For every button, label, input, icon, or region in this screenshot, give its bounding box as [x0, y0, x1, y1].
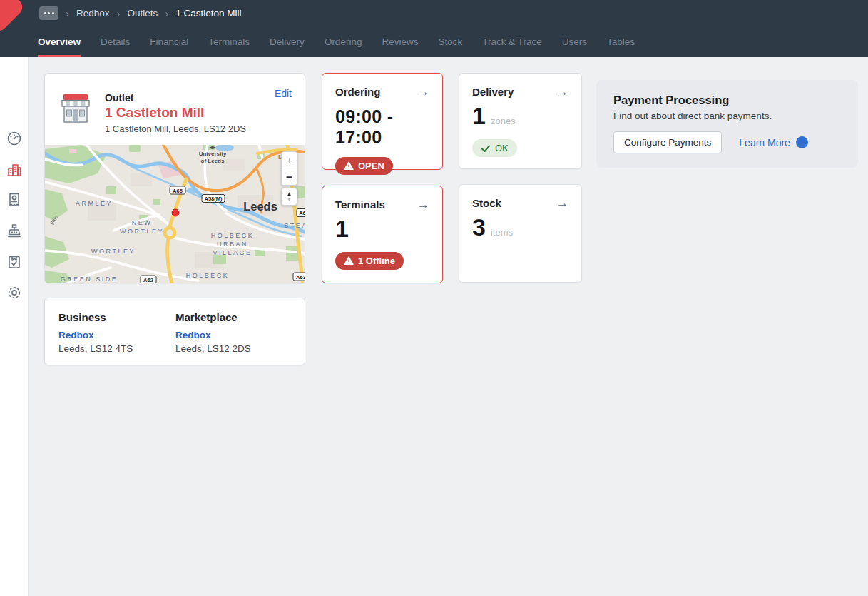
configure-payments-button[interactable]: Configure Payments — [613, 131, 722, 153]
map-label-university: University — [199, 151, 227, 157]
arrow-right-icon: → — [556, 197, 568, 209]
stock-card-title: Stock — [472, 197, 501, 209]
outlets-buildings-icon[interactable] — [5, 161, 24, 179]
stock-items-unit: items — [491, 227, 513, 238]
outlet-card: Outlet 1 Castleton Mill 1 Castleton Mill… — [44, 73, 305, 283]
marketplace-column: Marketplace Redbox Leeds, LS12 2DS — [175, 311, 292, 365]
arrow-right-icon: → — [556, 86, 568, 98]
storefront-icon — [60, 93, 91, 127]
shield-a62: A62 — [143, 277, 153, 283]
tab-users[interactable]: Users — [562, 26, 587, 57]
delivery-status-badge: OK — [472, 139, 517, 157]
payment-processing-panel: Payment Processing Find out about direct… — [596, 80, 858, 168]
tab-tables[interactable]: Tables — [607, 26, 635, 57]
check-icon — [481, 144, 491, 153]
ordering-card-title: Ordering — [335, 86, 380, 98]
compass-south-icon: ▼ — [287, 197, 292, 202]
stock-box-icon[interactable] — [5, 253, 24, 271]
payment-title: Payment Processing — [613, 94, 841, 107]
map-zoom-out-button[interactable]: − — [282, 168, 297, 185]
chevron-right-icon: › — [66, 8, 69, 19]
tab-details[interactable]: Details — [101, 26, 130, 57]
edit-outlet-link[interactable]: Edit — [275, 88, 292, 99]
tab-financial[interactable]: Financial — [150, 26, 188, 57]
outlet-map[interactable]: ARMLEY NEW WORTLEY WORTLEY GREEN SIDE HO… — [45, 145, 305, 283]
terminals-status-badge: 1 Offline — [335, 252, 404, 270]
arrow-right-icon: → — [417, 86, 429, 98]
breadcrumb-menu-button[interactable] — [39, 6, 58, 20]
icon-sidebar — [0, 57, 29, 596]
marketplace-heading: Marketplace — [175, 311, 292, 323]
tab-terminals[interactable]: Terminals — [208, 26, 250, 57]
delivery-zones-count: 1 — [472, 102, 486, 130]
terminals-card-title: Terminals — [335, 198, 385, 211]
outlet-name: 1 Castleton Mill — [105, 105, 292, 121]
map-label-armley: ARMLEY — [76, 200, 113, 207]
map-label-green-side: GREEN SIDE — [61, 276, 118, 283]
map-label-wortley: WORTLEY — [91, 248, 136, 255]
map-label-holbeck: HOLBECK — [186, 272, 230, 279]
map-zoom-controls: + − — [281, 151, 297, 186]
warning-icon — [344, 256, 354, 266]
tab-delivery[interactable]: Delivery — [270, 26, 305, 57]
svg-text:VILLAGE: VILLAGE — [213, 249, 252, 256]
warning-icon — [344, 161, 354, 171]
map-label-steam: STEA — [284, 222, 305, 229]
outlet-type-label: Outlet — [105, 92, 292, 103]
associations-card: Business Redbox Leeds, LS12 4TS Marketpl… — [44, 298, 305, 365]
breadcrumb-item-current[interactable]: 1 Castleton Mill — [175, 8, 241, 19]
map-label-new-wortley: NEW — [132, 219, 153, 226]
arrow-right-icon: → — [417, 198, 429, 211]
stock-items-count: 3 — [472, 213, 486, 241]
tab-track-trace[interactable]: Track & Trace — [482, 26, 542, 57]
svg-text:WORTLEY: WORTLEY — [120, 228, 164, 235]
svg-text:of Leeds: of Leeds — [201, 158, 225, 164]
stock-card[interactable]: Stock → 3 items — [459, 184, 582, 283]
breadcrumb-item-outlets[interactable]: Outlets — [128, 8, 158, 19]
marketplace-link[interactable]: Redbox — [175, 330, 211, 340]
till-register-icon[interactable] — [5, 221, 24, 240]
shield-a65: A65 — [173, 188, 183, 194]
tab-overview[interactable]: Overview — [38, 26, 81, 57]
chevron-right-icon: › — [117, 8, 121, 19]
settings-gear-icon[interactable] — [5, 283, 24, 302]
dashboard-gauge-icon[interactable] — [5, 129, 24, 148]
ordering-hours: 09:00 - 17:00 — [335, 106, 429, 148]
outlet-location-marker — [172, 209, 179, 216]
map-compass-button[interactable]: ▲ ▼ — [281, 188, 297, 206]
shield-a6: A6 — [299, 210, 305, 216]
business-address: Leeds, LS12 4TS — [58, 343, 175, 354]
ordering-card[interactable]: Ordering → 09:00 - 17:00 OPEN — [322, 73, 443, 170]
tab-ordering[interactable]: Ordering — [325, 26, 362, 57]
tab-reviews[interactable]: Reviews — [382, 26, 418, 57]
shield-a63: A63 — [296, 274, 305, 281]
svg-text:URBAN: URBAN — [217, 241, 248, 248]
terminals-card[interactable]: Terminals → 1 1 Offline — [322, 186, 443, 283]
delivery-card-title: Delivery — [472, 86, 514, 98]
business-column: Business Redbox Leeds, LS12 4TS — [58, 311, 175, 365]
breadcrumb-item-redbox[interactable]: Redbox — [76, 8, 110, 19]
delivery-zones-unit: zones — [491, 116, 516, 126]
map-label-leeds: Leeds — [243, 200, 277, 213]
business-link[interactable]: Redbox — [58, 330, 94, 340]
delivery-card[interactable]: Delivery → 1 zones OK — [459, 73, 582, 169]
tab-stock[interactable]: Stock — [438, 26, 462, 57]
app-header: › Redbox › Outlets › 1 Castleton Mill Ov… — [0, 0, 868, 57]
help-icon[interactable]: ? — [796, 136, 808, 148]
shield-a58m: A58(M) — [204, 196, 223, 202]
ellipsis-icon — [44, 12, 46, 14]
map-label-holbeck-urban: HOLBECK — [211, 232, 255, 239]
breadcrumb: › Redbox › Outlets › 1 Castleton Mill — [39, 0, 242, 26]
learn-more-link[interactable]: Learn More ? — [739, 136, 808, 148]
outlet-info: Outlet 1 Castleton Mill 1 Castleton Mill… — [45, 74, 305, 145]
business-heading: Business — [58, 311, 175, 323]
marketplace-address: Leeds, LS12 2DS — [175, 343, 292, 354]
terminals-count: 1 — [335, 215, 349, 243]
payment-description: Find out about direct bank payments. — [613, 111, 841, 121]
orders-receipt-icon[interactable] — [5, 191, 24, 209]
ordering-status-badge: OPEN — [335, 157, 393, 175]
tab-bar: Overview Details Financial Terminals Del… — [38, 26, 635, 57]
map-zoom-in-button[interactable]: + — [282, 152, 297, 168]
outlet-address: 1 Castleton Mill, Leeds, LS12 2DS — [105, 123, 292, 134]
chevron-right-icon: › — [165, 8, 168, 19]
